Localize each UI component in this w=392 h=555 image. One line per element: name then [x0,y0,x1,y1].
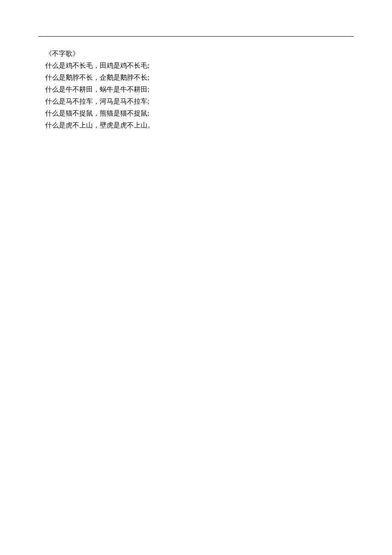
verse-line: 什么是牛不耕田，蜗牛是牛不耕田; [38,84,354,95]
poem-title: 《不字歌》 [38,49,354,59]
verse-line: 什么是马不拉车，河马是马不拉车; [38,96,354,107]
verse-line: 什么是虎不上山，壁虎是虎不上山。 [38,120,354,130]
verse-line: 什么是猫不捉鼠，熊猫是猫不捉鼠; [38,108,354,119]
verse-line: 什么是鹅脖不长，企鹅是鹅脖不长; [38,72,354,83]
verse-line: 什么是鸡不长毛，田鸡是鸡不长毛; [38,61,354,71]
header-divider [38,36,354,37]
